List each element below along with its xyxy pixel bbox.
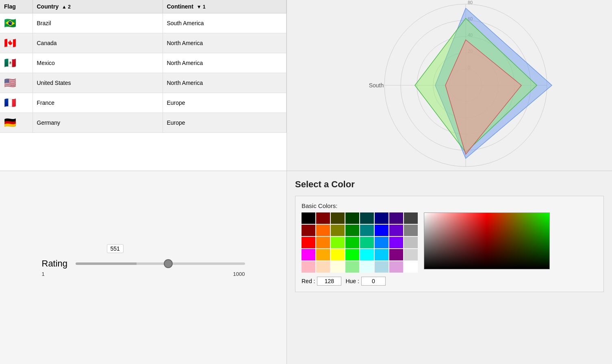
color-picker-inner: Basic Colors: Red : Hue : <box>295 196 604 292</box>
color-swatch-item[interactable] <box>389 249 403 260</box>
color-swatch-item[interactable] <box>345 237 359 248</box>
flag-cell: 🇨🇦 <box>0 33 33 53</box>
red-label: Red : <box>302 278 315 284</box>
flag-column-header[interactable]: Flag <box>0 0 33 13</box>
country-column-header[interactable]: Country ▲ 2 <box>33 0 163 13</box>
table-row[interactable]: 🇫🇷FranceEurope <box>0 93 286 113</box>
radar-grid: South North 80 60 40 20 0 <box>369 0 552 167</box>
color-swatches <box>302 212 418 273</box>
flag-icon: 🇨🇦 <box>4 37 16 48</box>
color-swatch-item[interactable] <box>331 212 345 224</box>
flag-cell: 🇲🇽 <box>0 53 33 73</box>
color-swatch-item[interactable] <box>404 249 418 260</box>
color-swatch-item[interactable] <box>360 212 374 224</box>
rating-label: Rating <box>42 258 68 269</box>
color-swatch-item[interactable] <box>331 225 345 236</box>
color-swatch-item[interactable] <box>389 212 403 224</box>
color-swatch-item[interactable] <box>316 261 330 273</box>
radar-chart-area: South North 80 60 40 20 0 <box>287 0 612 171</box>
color-swatch-item[interactable] <box>331 237 345 248</box>
color-swatch-item[interactable] <box>345 249 359 260</box>
color-swatch-item[interactable] <box>302 237 315 248</box>
color-swatch-item[interactable] <box>375 237 388 248</box>
country-header-label: Country <box>37 3 59 10</box>
color-swatch-item[interactable] <box>360 261 374 273</box>
hue-input[interactable] <box>361 277 386 286</box>
color-inputs: Red : Hue : <box>302 277 597 286</box>
table-row[interactable]: 🇧🇷BrazilSouth America <box>0 13 286 33</box>
flag-cell: 🇩🇪 <box>0 113 33 133</box>
color-swatch-item[interactable] <box>404 237 418 248</box>
radar-svg: South North 80 60 40 20 0 <box>307 0 592 171</box>
country-cell: Brazil <box>33 13 163 33</box>
color-picker-body <box>302 212 597 273</box>
flag-icon: 🇩🇪 <box>4 117 16 128</box>
flag-cell: 🇧🇷 <box>0 13 33 33</box>
basic-colors-label: Basic Colors: <box>302 202 597 209</box>
main-container: Flag Country ▲ 2 Continent ▼ 1 🇧🇷BrazilS <box>0 0 612 364</box>
table-row[interactable]: 🇨🇦CanadaNorth America <box>0 33 286 53</box>
continent-cell: Europe <box>163 113 286 133</box>
color-swatch-item[interactable] <box>404 212 418 224</box>
red-input-group: Red : <box>302 277 341 286</box>
slider-range-labels: 1 1000 <box>42 271 245 277</box>
flag-header-label: Flag <box>4 3 16 10</box>
color-swatch-item[interactable] <box>316 212 330 224</box>
color-swatch-item[interactable] <box>360 237 374 248</box>
color-swatch-item[interactable] <box>360 225 374 236</box>
color-swatch-item[interactable] <box>345 261 359 273</box>
color-swatch-item[interactable] <box>375 212 388 224</box>
country-cell: Canada <box>33 33 163 53</box>
color-swatch-item[interactable] <box>375 225 388 236</box>
color-swatch-item[interactable] <box>345 212 359 224</box>
color-swatch-item[interactable] <box>316 237 330 248</box>
hue-label: Hue : <box>345 278 359 284</box>
color-swatch-item[interactable] <box>389 225 403 236</box>
country-cell: Mexico <box>33 53 163 73</box>
red-input[interactable] <box>317 277 341 286</box>
color-swatch-item[interactable] <box>360 249 374 260</box>
color-swatch-item[interactable] <box>302 249 315 260</box>
slider-container: 551 Rating 1 1000 <box>42 258 245 277</box>
hue-input-group: Hue : <box>345 277 385 286</box>
color-swatch-item[interactable] <box>331 261 345 273</box>
slider-tooltip: 551 <box>107 244 124 253</box>
color-picker-area: Select a Color Basic Colors: Red : <box>287 171 612 364</box>
color-swatch-item[interactable] <box>316 225 330 236</box>
country-cell: Germany <box>33 113 163 133</box>
continent-column-header[interactable]: Continent ▼ 1 <box>163 0 286 13</box>
data-table: Flag Country ▲ 2 Continent ▼ 1 🇧🇷BrazilS <box>0 0 286 133</box>
color-swatch-item[interactable] <box>375 249 388 260</box>
color-swatch-item[interactable] <box>389 261 403 273</box>
color-gradient[interactable] <box>424 212 550 269</box>
color-swatch-item[interactable] <box>404 225 418 236</box>
right-panel: South North 80 60 40 20 0 <box>287 0 612 364</box>
color-swatch-item[interactable] <box>302 212 315 224</box>
table-area: Flag Country ▲ 2 Continent ▼ 1 🇧🇷BrazilS <box>0 0 287 171</box>
continent-sort-icon: ▼ 1 <box>197 4 206 10</box>
country-cell: France <box>33 93 163 113</box>
continent-cell: Europe <box>163 93 286 113</box>
table-row[interactable]: 🇲🇽MexicoNorth America <box>0 53 286 73</box>
svg-text:80: 80 <box>468 0 473 5</box>
continent-cell: North America <box>163 73 286 93</box>
color-swatch-item[interactable] <box>345 225 359 236</box>
flag-icon: 🇺🇸 <box>4 77 16 88</box>
color-swatch-item[interactable] <box>316 249 330 260</box>
color-swatch-item[interactable] <box>331 249 345 260</box>
table-row[interactable]: 🇺🇸United StatesNorth America <box>0 73 286 93</box>
continent-header-label: Continent <box>167 3 193 10</box>
color-swatch-item[interactable] <box>302 261 315 273</box>
table-row[interactable]: 🇩🇪GermanyEurope <box>0 113 286 133</box>
color-swatch-item[interactable] <box>389 237 403 248</box>
south-label: South <box>369 82 384 89</box>
color-swatch-item[interactable] <box>375 261 388 273</box>
slider-min-label: 1 <box>42 271 45 277</box>
continent-cell: North America <box>163 33 286 53</box>
rating-slider[interactable] <box>76 262 245 265</box>
continent-cell: North America <box>163 53 286 73</box>
flag-icon: 🇫🇷 <box>4 97 16 108</box>
continent-cell: South America <box>163 13 286 33</box>
color-swatch-item[interactable] <box>302 225 315 236</box>
color-swatch-item[interactable] <box>404 261 418 273</box>
